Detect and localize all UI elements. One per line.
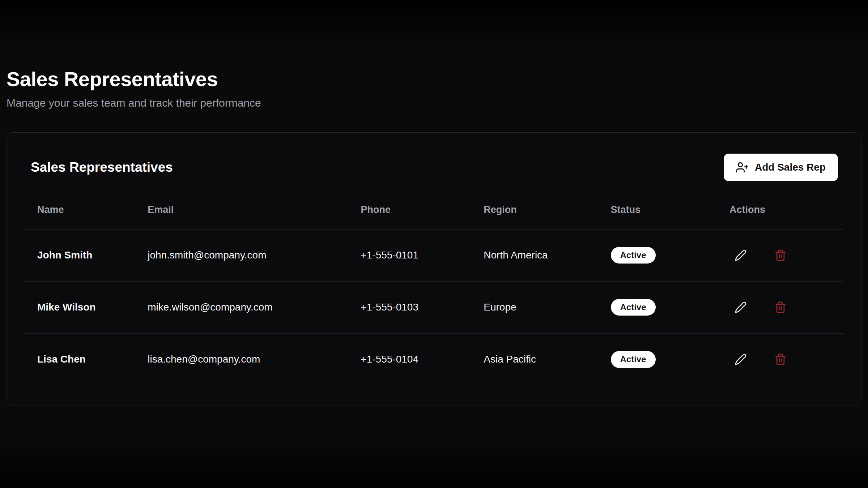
pencil-icon xyxy=(735,249,747,261)
column-header-region: Region xyxy=(475,201,602,230)
card-header: Sales Representatives Add Sales Rep xyxy=(24,149,844,185)
trash-icon xyxy=(774,353,787,365)
rep-email-cell: john.smith@company.com xyxy=(139,229,352,281)
rep-region-cell: North America xyxy=(475,229,602,281)
rep-status-cell: Active xyxy=(602,281,721,333)
rep-actions-cell xyxy=(721,229,844,281)
status-badge: Active xyxy=(611,351,656,368)
pencil-icon xyxy=(735,353,747,365)
delete-button[interactable] xyxy=(769,296,792,318)
table-row: Mike Wilson mike.wilson@company.com +1-5… xyxy=(24,281,844,333)
trash-icon xyxy=(774,249,787,261)
pencil-icon xyxy=(735,301,747,313)
edit-button[interactable] xyxy=(729,244,752,266)
add-sales-rep-label: Add Sales Rep xyxy=(755,162,826,173)
rep-email-cell: lisa.chen@company.com xyxy=(139,333,352,385)
page-title: Sales Representatives xyxy=(7,68,861,90)
rep-region-cell: Asia Pacific xyxy=(475,333,602,385)
edit-button[interactable] xyxy=(729,348,752,371)
column-header-email: Email xyxy=(139,201,352,230)
sales-reps-card: Sales Representatives Add Sales Rep xyxy=(7,132,861,406)
rep-email-cell: mike.wilson@company.com xyxy=(139,281,352,333)
rep-status-cell: Active xyxy=(602,333,721,385)
rep-name-cell: Mike Wilson xyxy=(24,281,139,333)
column-header-actions: Actions xyxy=(721,201,844,230)
rep-status-cell: Active xyxy=(602,229,721,281)
rep-actions-cell xyxy=(721,333,844,385)
card-title: Sales Representatives xyxy=(31,160,173,175)
page: Sales Representatives Manage your sales … xyxy=(0,0,868,406)
page-subtitle: Manage your sales team and track their p… xyxy=(7,97,861,109)
table-row: Lisa Chen lisa.chen@company.com +1-555-0… xyxy=(24,333,844,385)
table-header-row: Name Email Phone Region Status Actions xyxy=(24,201,844,230)
rep-phone-cell: +1-555-0103 xyxy=(352,281,475,333)
user-plus-icon xyxy=(736,161,748,174)
rep-phone-cell: +1-555-0104 xyxy=(352,333,475,385)
column-header-name: Name xyxy=(24,201,139,230)
sales-reps-table: Name Email Phone Region Status Actions J… xyxy=(24,201,844,386)
rep-actions-cell xyxy=(721,281,844,333)
column-header-status: Status xyxy=(602,201,721,230)
column-header-phone: Phone xyxy=(352,201,475,230)
rep-region-cell: Europe xyxy=(475,281,602,333)
delete-button[interactable] xyxy=(769,244,792,266)
rep-name-cell: John Smith xyxy=(24,229,139,281)
table-row: John Smith john.smith@company.com +1-555… xyxy=(24,229,844,281)
rep-phone-cell: +1-555-0101 xyxy=(352,229,475,281)
edit-button[interactable] xyxy=(729,296,752,318)
add-sales-rep-button[interactable]: Add Sales Rep xyxy=(724,154,838,181)
rep-name-cell: Lisa Chen xyxy=(24,333,139,385)
trash-icon xyxy=(774,301,787,313)
status-badge: Active xyxy=(611,299,656,316)
delete-button[interactable] xyxy=(769,348,792,371)
status-badge: Active xyxy=(611,247,656,264)
